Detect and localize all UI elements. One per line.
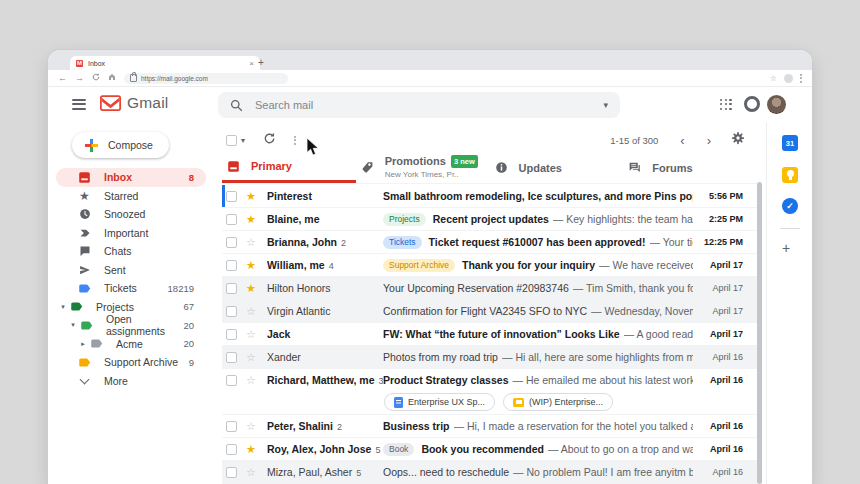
star-icon[interactable] <box>246 443 259 456</box>
email-row[interactable]: Brianna, John2 TicketsTicket request #61… <box>222 231 757 254</box>
notifications-icon[interactable] <box>744 96 760 112</box>
settings-gear-icon[interactable] <box>731 131 745 149</box>
sidebar-item-chats[interactable]: Chats <box>48 242 222 261</box>
sidebar-item-sent[interactable]: Sent <box>48 261 222 280</box>
star-icon[interactable] <box>246 259 259 272</box>
row-checkbox[interactable] <box>226 283 237 294</box>
row-checkbox[interactable] <box>226 260 237 271</box>
label-chip[interactable]: Tickets <box>383 236 422 249</box>
sidebar-item-starred[interactable]: ★ Starred <box>48 187 222 206</box>
row-checkbox[interactable] <box>226 352 237 363</box>
row-checkbox[interactable] <box>226 191 237 202</box>
refresh-icon[interactable] <box>263 131 276 149</box>
star-icon[interactable] <box>246 328 259 341</box>
row-checkbox[interactable] <box>226 444 237 455</box>
email-row[interactable]: Peter, Shalini2 Business trip— Hi, I mad… <box>222 415 757 438</box>
label-chip[interactable]: Book <box>383 443 414 456</box>
label-chip[interactable]: Support Archive <box>383 259 455 272</box>
sidebar-item-tickets[interactable]: Tickets 18219 <box>48 279 222 298</box>
row-checkbox[interactable] <box>226 375 237 386</box>
tasks-icon[interactable]: ✓ <box>782 198 798 214</box>
collapsed-caret-icon[interactable] <box>78 340 88 348</box>
more-options-icon[interactable] <box>294 136 296 145</box>
star-icon[interactable] <box>246 282 259 295</box>
email-row[interactable]: Roy, Alex, John Jose5 BookBook you recom… <box>222 438 757 461</box>
browser-menu-icon[interactable] <box>800 74 802 83</box>
attachment-chip[interactable]: Enterprise UX Sp... <box>384 393 495 411</box>
tab-forums[interactable]: Forums <box>623 152 757 183</box>
tab-promotions-senders: New York Times, Pr.. <box>385 169 478 180</box>
newer-page-icon[interactable]: ‹ <box>680 134 684 147</box>
star-icon[interactable] <box>246 420 259 433</box>
search-input[interactable] <box>253 98 593 112</box>
gmail-header: Gmail ▾ <box>48 87 812 123</box>
sidebar-item-more[interactable]: More <box>48 372 222 391</box>
email-row[interactable]: Xander Photos from my road trip— Hi all,… <box>222 346 757 369</box>
clock-icon <box>78 208 91 221</box>
email-row[interactable]: Hilton Honors Your Upcoming Reservation … <box>222 277 757 300</box>
email-row[interactable]: Jack FW: What “the future of innovation”… <box>222 323 757 346</box>
star-icon[interactable] <box>246 374 259 387</box>
gmail-favicon: M <box>76 60 83 67</box>
account-avatar[interactable] <box>767 95 786 114</box>
row-checkbox[interactable] <box>226 421 237 432</box>
row-checkbox[interactable] <box>226 306 237 317</box>
row-checkbox[interactable] <box>226 467 237 478</box>
sidebar-item-important[interactable]: Important <box>48 224 222 243</box>
expand-caret-icon[interactable] <box>58 303 68 311</box>
search-bar[interactable]: ▾ <box>218 92 620 118</box>
sidebar-item-support-archive[interactable]: Support Archive 9 <box>48 353 222 372</box>
select-caret-icon[interactable]: ▾ <box>241 136 245 145</box>
reload-icon[interactable] <box>92 73 100 83</box>
email-row[interactable]: Virgin Atlantic Confirmation for Flight … <box>222 300 757 323</box>
attachment-chip[interactable]: (WIP) Enterprise... <box>503 393 613 411</box>
back-icon[interactable]: ← <box>58 74 67 83</box>
sidebar-item-inbox[interactable]: Inbox 8 <box>56 168 206 187</box>
list-scrollbar[interactable] <box>757 182 762 484</box>
tab-promotions[interactable]: Promotions3 new New York Times, Pr.. <box>356 152 490 183</box>
calendar-icon[interactable]: 31 <box>782 135 798 151</box>
email-row[interactable]: William, me4 Support ArchiveThank you fo… <box>222 254 757 277</box>
tab-primary[interactable]: Primary <box>222 152 356 183</box>
pagination-range: 1-15 of 300 <box>610 135 658 146</box>
forward-icon[interactable]: → <box>75 74 84 83</box>
chevron-down-icon <box>78 374 91 387</box>
bookmark-star-icon[interactable]: ☆ <box>770 74 777 83</box>
compose-button[interactable]: Compose <box>72 132 169 158</box>
label-chip[interactable]: Projects <box>383 213 426 226</box>
close-tab-icon[interactable]: × <box>249 59 254 68</box>
older-page-icon[interactable]: › <box>707 134 711 147</box>
forums-bubble-icon <box>628 161 641 174</box>
expand-caret-icon[interactable] <box>68 321 78 329</box>
email-row[interactable]: Blaine, me ProjectsRecent project update… <box>222 208 757 231</box>
star-icon[interactable] <box>246 236 259 249</box>
new-tab-button[interactable]: + <box>258 56 264 70</box>
star-icon[interactable] <box>246 305 259 318</box>
url-field[interactable]: https://mail.google.com <box>124 73 288 84</box>
apps-grid-icon[interactable] <box>720 99 732 111</box>
sidebar-item-open-assignments[interactable]: Open assignments 20 <box>48 316 222 335</box>
row-checkbox[interactable] <box>226 329 237 340</box>
list-toolbar: ▾ 1-15 of 300 ‹ › <box>222 128 757 152</box>
email-row[interactable]: Pinterest Small bathroom remodeling, Ice… <box>222 185 757 208</box>
browser-tab[interactable]: M Inbox × <box>70 56 260 70</box>
select-all-checkbox[interactable] <box>226 135 237 146</box>
star-icon[interactable] <box>246 351 259 364</box>
home-icon[interactable] <box>108 73 116 83</box>
sidebar-item-snoozed[interactable]: Snoozed <box>48 205 222 224</box>
sidebar: Compose Inbox 8 ★ Starred <box>48 122 222 484</box>
browser-profile-avatar[interactable] <box>784 74 793 83</box>
row-checkbox[interactable] <box>226 214 237 225</box>
star-icon[interactable] <box>246 466 259 479</box>
row-checkbox[interactable] <box>226 237 237 248</box>
keep-icon[interactable] <box>782 167 798 183</box>
star-icon[interactable] <box>246 190 259 203</box>
search-options-caret-icon[interactable]: ▾ <box>603 100 608 110</box>
star-icon[interactable] <box>246 213 259 226</box>
email-row[interactable]: Mizra, Paul, Asher5 Oops... need to resc… <box>222 461 757 484</box>
tab-updates[interactable]: Updates <box>490 152 624 183</box>
email-row[interactable]: Richard, Matthew, me3 Product Strategy c… <box>222 369 757 415</box>
get-addons-plus-icon[interactable]: + <box>782 240 790 256</box>
sidebar-item-acme[interactable]: Acme 20 <box>48 335 222 354</box>
hamburger-menu-icon[interactable] <box>72 99 86 112</box>
